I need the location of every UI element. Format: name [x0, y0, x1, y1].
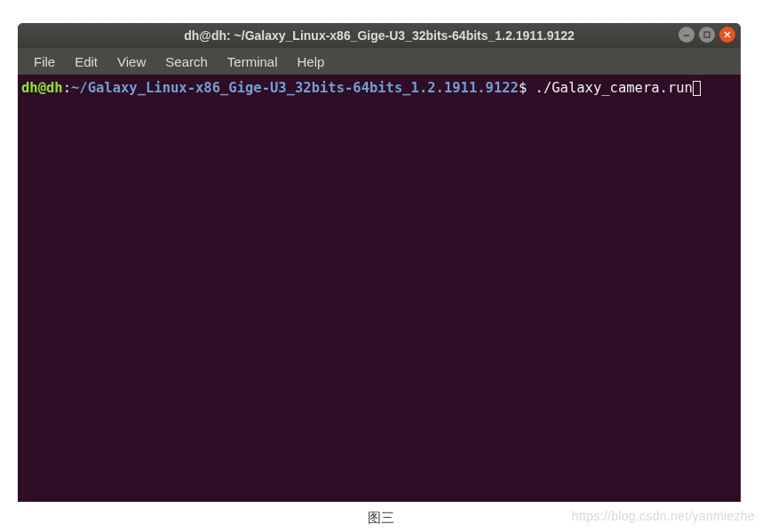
prompt-user: dh@dh	[21, 80, 63, 96]
terminal-body[interactable]: dh@dh:~/Galaxy_Linux-x86_Gige-U3_32bits-…	[18, 75, 741, 502]
minimize-button[interactable]	[679, 27, 695, 43]
watermark: https://blog.csdn.net/yanmiezhe	[572, 509, 755, 523]
menu-help[interactable]: Help	[289, 52, 334, 72]
menu-file[interactable]: File	[25, 52, 64, 72]
cursor	[693, 81, 701, 96]
minimize-icon	[682, 30, 691, 39]
menubar: File Edit View Search Terminal Help	[18, 48, 741, 75]
maximize-button[interactable]	[699, 27, 715, 43]
prompt-dollar: $	[519, 80, 527, 96]
terminal-window: dh@dh: ~/Galaxy_Linux-x86_Gige-U3_32bits…	[18, 23, 741, 502]
titlebar[interactable]: dh@dh: ~/Galaxy_Linux-x86_Gige-U3_32bits…	[18, 23, 741, 48]
prompt-colon: :	[63, 80, 71, 96]
close-button[interactable]	[719, 27, 735, 43]
window-controls	[679, 27, 735, 43]
window-title: dh@dh: ~/Galaxy_Linux-x86_Gige-U3_32bits…	[18, 28, 741, 43]
maximize-icon	[702, 30, 711, 39]
menu-terminal[interactable]: Terminal	[218, 52, 287, 72]
menu-search[interactable]: Search	[156, 52, 217, 72]
close-icon	[723, 30, 732, 39]
command-text: ./Galaxy_camera.run	[527, 80, 693, 96]
svg-rect-1	[704, 32, 710, 37]
menu-view[interactable]: View	[108, 52, 155, 72]
menu-edit[interactable]: Edit	[66, 52, 107, 72]
prompt-path: ~/Galaxy_Linux-x86_Gige-U3_32bits-64bits…	[71, 80, 519, 96]
